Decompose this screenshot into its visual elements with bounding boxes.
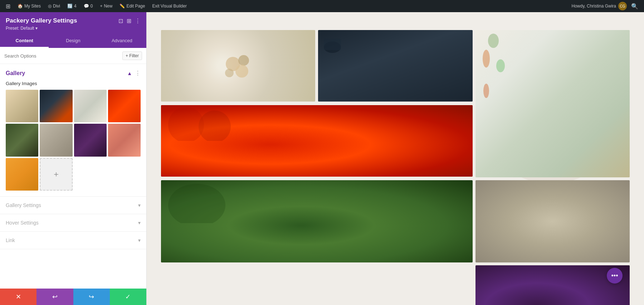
svg-rect-5 bbox=[324, 39, 341, 50]
gallery-thumb-6[interactable] bbox=[40, 124, 72, 156]
more-icon[interactable]: ⋮ bbox=[135, 18, 141, 24]
comments-item[interactable]: 💬 0 bbox=[81, 0, 96, 12]
svg-point-1 bbox=[238, 55, 249, 66]
gallery-thumb-7[interactable] bbox=[74, 124, 107, 156]
new-label: New bbox=[104, 4, 112, 9]
sidebar-tabs: Content Design Advanced bbox=[0, 34, 146, 48]
gallery-thumb-2[interactable] bbox=[40, 90, 72, 122]
add-image-button[interactable]: ＋ bbox=[40, 158, 72, 191]
gallery-image-7[interactable] bbox=[475, 265, 630, 305]
comments-icon: 💬 bbox=[84, 4, 89, 9]
grid-icon[interactable]: ⊞ bbox=[127, 18, 131, 24]
divi-label: Divi bbox=[53, 4, 60, 9]
avatar[interactable]: CG bbox=[618, 2, 627, 10]
undo-button[interactable]: ↩ bbox=[36, 289, 73, 305]
tab-advanced[interactable]: Advanced bbox=[98, 34, 146, 48]
preset-label: Preset: Default bbox=[6, 26, 34, 31]
gallery-thumb-5[interactable] bbox=[6, 124, 38, 156]
svg-point-6 bbox=[488, 34, 499, 48]
exit-visual-builder-item[interactable]: Exit Visual Builder bbox=[149, 0, 190, 12]
gallery-image-3[interactable] bbox=[475, 30, 630, 177]
gallery-section-header: Gallery ▲ ⋮ bbox=[6, 70, 141, 77]
gallery-settings-section[interactable]: Gallery Settings ▾ bbox=[0, 197, 146, 214]
filter-button[interactable]: + Filter bbox=[122, 51, 142, 60]
sidebar-header-icons: ⊡ ⊞ ⋮ bbox=[118, 18, 141, 24]
new-item[interactable]: + New bbox=[97, 0, 115, 12]
gallery-thumb-1[interactable] bbox=[6, 90, 38, 122]
gallery-grid: ＋ bbox=[6, 90, 141, 191]
sidebar-search-bar: + Filter bbox=[0, 48, 146, 64]
save-button[interactable]: ✓ bbox=[110, 289, 146, 305]
svg-point-2 bbox=[235, 65, 248, 78]
link-header: Link ▾ bbox=[6, 237, 141, 243]
preset-chevron: ▾ bbox=[35, 26, 38, 31]
my-sites-label: My Sites bbox=[24, 4, 41, 9]
svg-point-10 bbox=[483, 84, 489, 98]
gallery-section: Gallery ▲ ⋮ Gallery Images bbox=[0, 64, 146, 197]
tab-content[interactable]: Content bbox=[0, 34, 49, 48]
tab-design-label: Design bbox=[66, 38, 80, 43]
exit-visual-builder-label: Exit Visual Builder bbox=[152, 4, 187, 9]
gallery-section-title: Gallery bbox=[6, 70, 25, 77]
my-sites-item[interactable]: 🏠 My Sites bbox=[15, 0, 44, 12]
preset-selector[interactable]: Preset: Default ▾ bbox=[6, 26, 141, 31]
filter-label: + Filter bbox=[126, 53, 139, 58]
save-icon: ✓ bbox=[125, 293, 131, 301]
edit-page-label: Edit Page bbox=[126, 4, 145, 9]
gallery-settings-chevron: ▾ bbox=[138, 202, 141, 208]
packery-gallery bbox=[161, 30, 630, 305]
sidebar-bottom-bar: ✕ ↩ ↪ ✓ bbox=[0, 289, 146, 305]
svg-point-11 bbox=[168, 107, 204, 141]
gallery-thumb-8[interactable] bbox=[108, 124, 141, 156]
divi-icon: ◎ bbox=[48, 4, 52, 9]
cancel-button[interactable]: ✕ bbox=[0, 289, 36, 305]
floating-dots-label: ••• bbox=[611, 272, 618, 280]
responsive-icon[interactable]: ⊡ bbox=[118, 18, 123, 24]
hover-settings-section[interactable]: Hover Settings ▾ bbox=[0, 214, 146, 232]
gallery-thumb-4[interactable] bbox=[108, 90, 141, 122]
howdy-label: Howdy, Christina Gwira bbox=[572, 4, 616, 9]
redo-button[interactable]: ↪ bbox=[73, 289, 110, 305]
gallery-thumb-3[interactable] bbox=[74, 90, 107, 122]
gallery-collapse-icon[interactable]: ▲ bbox=[127, 70, 132, 76]
gallery-thumb-9[interactable] bbox=[6, 158, 38, 191]
gallery-image-6[interactable] bbox=[475, 180, 630, 262]
wordpress-icon: ⊞ bbox=[6, 3, 10, 10]
gallery-image-1[interactable] bbox=[161, 30, 315, 102]
wp-logo-item[interactable]: ⊞ bbox=[3, 0, 13, 12]
hover-settings-chevron: ▾ bbox=[138, 220, 141, 226]
gallery-image-4[interactable] bbox=[161, 105, 473, 177]
gallery-settings-header: Gallery Settings ▾ bbox=[6, 202, 141, 208]
gallery-more-icon[interactable]: ⋮ bbox=[135, 70, 141, 77]
sidebar-content: Gallery ▲ ⋮ Gallery Images bbox=[0, 64, 146, 289]
svg-point-7 bbox=[483, 50, 490, 68]
tab-design[interactable]: Design bbox=[49, 34, 97, 48]
search-input[interactable] bbox=[4, 53, 119, 59]
updates-item[interactable]: 🔄 4 bbox=[64, 0, 79, 12]
undo-icon: ↩ bbox=[52, 293, 58, 301]
new-icon: + bbox=[100, 4, 102, 9]
howdy-text: Howdy, Christina Gwira CG bbox=[572, 2, 627, 10]
updates-icon: 🔄 bbox=[67, 4, 73, 9]
link-chevron: ▾ bbox=[138, 237, 141, 243]
sidebar: Packery Gallery Settings ⊡ ⊞ ⋮ Preset: D… bbox=[0, 12, 147, 305]
gallery-images-label: Gallery Images bbox=[6, 81, 141, 86]
divi-item[interactable]: ◎ Divi bbox=[45, 0, 63, 12]
svg-point-8 bbox=[496, 59, 505, 72]
gallery-section-actions: ▲ ⋮ bbox=[127, 70, 141, 77]
sidebar-title: Packery Gallery Settings bbox=[6, 17, 77, 24]
sidebar-header: Packery Gallery Settings ⊡ ⊞ ⋮ Preset: D… bbox=[0, 12, 146, 34]
gallery-image-5[interactable] bbox=[161, 180, 473, 262]
floating-dots-button[interactable]: ••• bbox=[607, 268, 623, 284]
link-section[interactable]: Link ▾ bbox=[0, 232, 146, 249]
cancel-icon: ✕ bbox=[16, 293, 21, 301]
main-layout: Packery Gallery Settings ⊡ ⊞ ⋮ Preset: D… bbox=[0, 12, 644, 305]
link-title: Link bbox=[6, 237, 15, 243]
wp-admin-bar: ⊞ 🏠 My Sites ◎ Divi 🔄 4 💬 0 + New ✏️ Edi… bbox=[0, 0, 644, 12]
gallery-image-2[interactable] bbox=[318, 30, 472, 102]
edit-page-item[interactable]: ✏️ Edit Page bbox=[117, 0, 148, 12]
search-icon[interactable]: 🔍 bbox=[628, 3, 641, 10]
sidebar-header-top: Packery Gallery Settings ⊡ ⊞ ⋮ bbox=[6, 17, 141, 24]
tab-advanced-label: Advanced bbox=[112, 38, 132, 43]
svg-point-12 bbox=[199, 110, 231, 141]
